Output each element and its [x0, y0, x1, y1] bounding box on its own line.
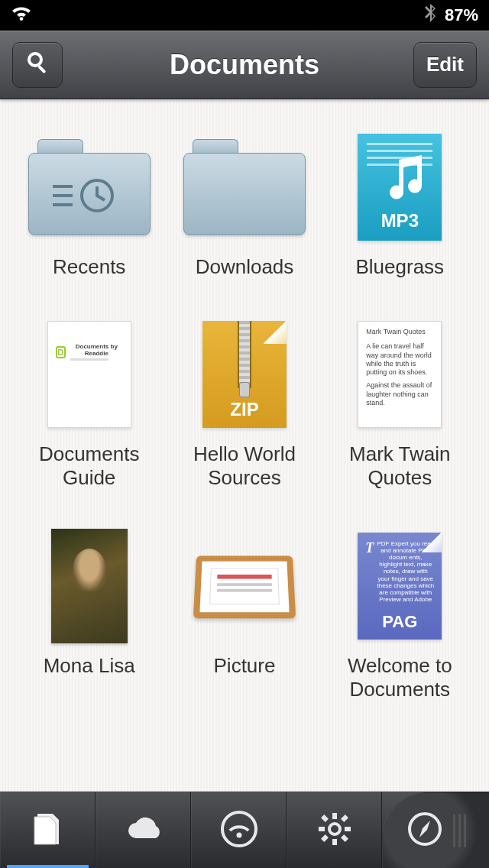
item-label: Hello World Sources — [176, 442, 313, 490]
wifi-icon — [11, 5, 32, 26]
inbox-tray-icon — [193, 555, 296, 618]
tab-documents[interactable] — [0, 792, 96, 868]
svg-point-0 — [29, 53, 41, 66]
status-bar: 87% — [0, 0, 489, 31]
compass-icon — [406, 810, 444, 851]
tab-bar — [0, 792, 489, 868]
svg-point-7 — [236, 832, 241, 837]
item-label: Mark Twain Quotes — [331, 442, 468, 490]
svg-rect-14 — [341, 834, 348, 842]
folder-recents-icon — [28, 139, 151, 235]
documents-icon — [31, 811, 65, 850]
search-icon — [25, 50, 50, 79]
tab-settings[interactable] — [287, 792, 382, 868]
text-file-icon: Mark Twain Quotes A lie can travel half … — [358, 321, 442, 428]
zip-file-icon: ZIP — [202, 321, 287, 428]
edit-button[interactable]: Edit — [413, 42, 477, 88]
cloud-icon — [122, 814, 165, 847]
svg-point-8 — [329, 824, 340, 834]
svg-rect-10 — [332, 839, 337, 845]
item-mona-lisa[interactable]: Mona Lisa — [15, 529, 163, 701]
file-badge: MP3 — [358, 210, 442, 232]
document-file-icon: D Documents by Readdle — [47, 321, 131, 428]
search-button[interactable] — [12, 42, 63, 88]
item-label: Documents Guide — [21, 442, 158, 490]
svg-rect-9 — [332, 813, 337, 819]
svg-marker-18 — [419, 821, 430, 837]
item-label: Picture — [214, 654, 276, 678]
item-recents[interactable]: Recents — [15, 130, 163, 279]
svg-rect-15 — [341, 815, 348, 822]
svg-rect-1 — [37, 65, 46, 73]
wifi-share-icon — [219, 809, 259, 852]
item-label: Downloads — [196, 255, 294, 279]
item-downloads[interactable]: Downloads — [170, 130, 318, 279]
svg-point-6 — [222, 812, 256, 846]
gear-icon — [317, 811, 352, 850]
item-picture[interactable]: Picture — [170, 529, 318, 701]
tab-browser[interactable] — [382, 792, 489, 868]
item-label: Bluegrass — [356, 255, 445, 279]
svg-rect-12 — [345, 827, 351, 831]
item-welcome-to-documents[interactable]: T PDF Expert you read and annotate PDF d… — [326, 529, 474, 701]
drag-handle-icon — [453, 814, 466, 847]
mp3-file-icon: MP3 — [358, 134, 442, 241]
svg-rect-11 — [319, 827, 325, 831]
tab-cloud[interactable] — [96, 792, 191, 868]
bluetooth-icon — [425, 3, 437, 28]
navigation-bar: Documents Edit — [0, 31, 489, 99]
item-label: Mona Lisa — [44, 654, 135, 678]
svg-rect-16 — [321, 834, 329, 842]
svg-rect-13 — [321, 815, 329, 822]
item-bluegrass[interactable]: MP3 Bluegrass — [326, 130, 474, 279]
item-mark-twain-quotes[interactable]: Mark Twain Quotes A lie can travel half … — [326, 317, 474, 490]
item-label: Recents — [53, 255, 125, 279]
item-label: Welcome to Documents — [331, 654, 468, 701]
file-badge: ZIP — [202, 399, 287, 420]
file-grid: Recents Downloads MP3 Blu — [0, 99, 489, 792]
folder-icon — [183, 139, 306, 235]
music-note-icon — [385, 155, 426, 206]
battery-percent: 87% — [445, 5, 478, 25]
pages-file-icon: T PDF Expert you read and annotate PDF d… — [358, 533, 442, 640]
file-badge: PAG — [358, 612, 442, 632]
tab-network[interactable] — [191, 792, 287, 868]
item-hello-world-sources[interactable]: ZIP Hello World Sources — [170, 317, 318, 490]
item-documents-guide[interactable]: D Documents by Readdle Documents Guide — [15, 317, 163, 490]
image-file-icon — [51, 529, 128, 643]
